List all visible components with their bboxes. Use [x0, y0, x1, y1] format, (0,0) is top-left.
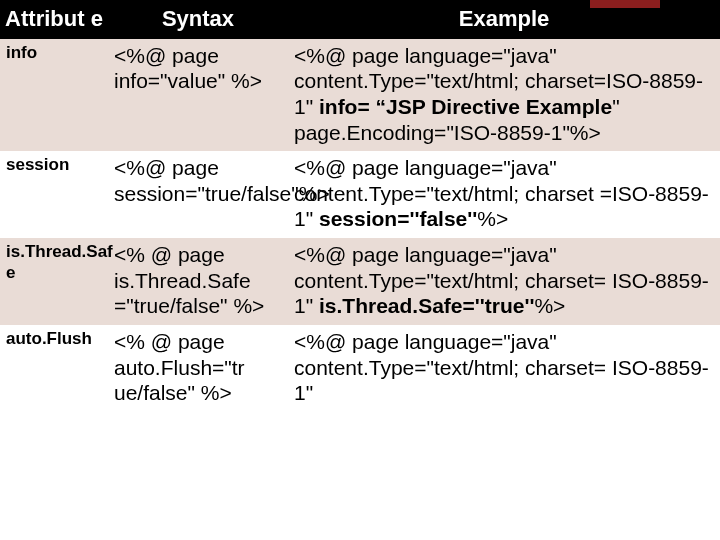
cell-example: <%@ page language="java" content.Type="t… [288, 39, 720, 151]
cell-attribute: session [0, 151, 108, 238]
header-attribute: Attribut e [0, 0, 108, 39]
cell-syntax: <%@ page info="value" %> [108, 39, 288, 151]
table-row: session <%@ page session="true/false"%> … [0, 151, 720, 238]
cell-example: <%@ page language="java" content.Type="t… [288, 238, 720, 325]
cell-attribute: auto.Flush [0, 325, 108, 412]
cell-attribute: info [0, 39, 108, 151]
cell-syntax: <% @ page auto.Flush="tr ue/false" %> [108, 325, 288, 412]
cell-attribute: is.Thread.Saf e [0, 238, 108, 325]
table-row: auto.Flush <% @ page auto.Flush="tr ue/f… [0, 325, 720, 412]
attributes-table: Attribut e Syntax Example info <%@ page … [0, 0, 720, 412]
cell-example: <%@ page language="java" content.Type="t… [288, 325, 720, 412]
header-syntax: Syntax [108, 0, 288, 39]
table-row: info <%@ page info="value" %> <%@ page l… [0, 39, 720, 151]
cell-syntax: <% @ page is.Thread.Safe ="true/false" %… [108, 238, 288, 325]
cell-example: <%@ page language="java" content.Type="t… [288, 151, 720, 238]
cell-syntax: <%@ page session="true/false"%> [108, 151, 288, 238]
table-row: is.Thread.Saf e <% @ page is.Thread.Safe… [0, 238, 720, 325]
accent-tab [590, 0, 660, 8]
